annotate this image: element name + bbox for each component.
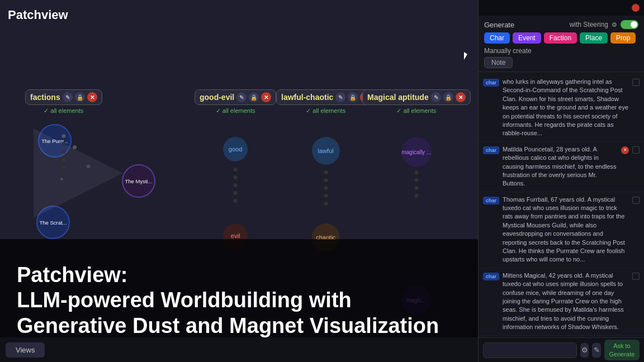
panel-input[interactable] bbox=[483, 342, 577, 358]
bottom-bar: Views bbox=[0, 337, 478, 362]
type-buttons: Char Event Faction Place Prop bbox=[484, 32, 638, 44]
app-title: Patchview bbox=[8, 8, 68, 22]
card-text: who lurks in alleyways gathering intel a… bbox=[503, 78, 629, 138]
card-badge: char bbox=[483, 79, 499, 87]
prop-button[interactable]: Prop bbox=[610, 32, 636, 44]
steering-label: with Steering bbox=[570, 21, 608, 28]
panel-icon-btn-1[interactable]: ⚙ bbox=[580, 343, 589, 358]
views-button[interactable]: Views bbox=[6, 342, 45, 358]
cursor bbox=[464, 52, 471, 62]
triangle-shape bbox=[34, 128, 123, 218]
dots-col-good-evil bbox=[234, 168, 238, 203]
right-panel: Generate with Steering ⚙ Char Event Fact… bbox=[478, 0, 644, 362]
card-item[interactable]: char Thomas Furrball, 67 years old. A my… bbox=[479, 192, 644, 268]
lock-icon[interactable]: 🔒 bbox=[75, 92, 85, 102]
card-item[interactable]: char who lurks in alleyways gathering in… bbox=[479, 74, 644, 142]
card-item[interactable]: char Mittens Magical, 42 years old. A my… bbox=[479, 268, 644, 336]
panel-bottom: ⚙ ✎ Ask to Generate bbox=[479, 337, 644, 362]
steering-toggle[interactable] bbox=[621, 20, 638, 29]
good-node[interactable]: good bbox=[223, 137, 248, 161]
ask-generate-button[interactable]: Ask to Generate bbox=[604, 340, 640, 360]
panel-icon-btn-2[interactable]: ✎ bbox=[592, 343, 600, 358]
lawful-node[interactable]: lawful bbox=[312, 137, 340, 165]
magnet-good-evil-label: good-evil bbox=[200, 93, 234, 102]
generate-label: Generate bbox=[484, 21, 514, 29]
pencil-icon[interactable]: ✎ bbox=[63, 92, 73, 102]
magnet-good-evil: good-evil ✎ 🔒 ✕ all elements good evil bbox=[195, 89, 276, 115]
pencil-icon[interactable]: ✎ bbox=[335, 92, 345, 102]
magnet-magical-aptitude-label: Magical aptitude bbox=[367, 93, 429, 102]
check-all-factions[interactable]: all elements bbox=[44, 107, 83, 115]
magnet-lawful-chaotic-label: lawful-chaotic bbox=[281, 93, 333, 102]
char-button[interactable]: Char bbox=[484, 32, 510, 44]
steering-row: with Steering ⚙ bbox=[570, 20, 638, 29]
magnet-magical-aptitude: Magical aptitude ✎ 🔒 ✕ all elements magi… bbox=[362, 89, 471, 115]
main-canvas: The Purrr... The Mysti... The Scrat... f… bbox=[0, 0, 478, 362]
check-all-lawful-chaotic[interactable]: all elements bbox=[306, 107, 345, 115]
dots-col-factions bbox=[61, 134, 65, 169]
dots-col-magic bbox=[414, 170, 418, 198]
note-button[interactable]: Note bbox=[484, 57, 513, 68]
overlay-line2: LLM-powered Worldbuilding with bbox=[17, 288, 352, 312]
manually-create-label: Manually create bbox=[484, 47, 638, 55]
panel-close-icon[interactable] bbox=[632, 4, 640, 12]
magically-node[interactable]: magically ... bbox=[401, 137, 432, 167]
close-icon[interactable]: ✕ bbox=[456, 92, 466, 102]
card-list[interactable]: char who lurks in alleyways gathering in… bbox=[479, 72, 644, 337]
steering-icon: ⚙ bbox=[612, 21, 617, 28]
card-checkbox[interactable] bbox=[632, 197, 640, 204]
dots-col-lawful bbox=[324, 170, 328, 206]
magnet-good-evil-header[interactable]: good-evil ✎ 🔒 ✕ bbox=[195, 89, 276, 105]
place-button[interactable]: Place bbox=[580, 32, 608, 44]
check-all-good-evil[interactable]: all elements bbox=[216, 107, 255, 115]
lock-icon[interactable]: 🔒 bbox=[249, 92, 259, 102]
overlay-line1: Patchview: bbox=[17, 263, 128, 287]
card-text: Matilda Pouncetail, 28 years old. A rebe… bbox=[503, 145, 618, 188]
close-icon[interactable]: ✕ bbox=[87, 92, 97, 102]
check-all-magical[interactable]: all elements bbox=[396, 107, 436, 115]
magnet-factions-header[interactable]: factions ✎ 🔒 ✕ bbox=[25, 89, 102, 105]
lock-icon[interactable]: 🔒 bbox=[348, 92, 358, 102]
card-text: Mittens Magical, 42 years old. A mystica… bbox=[503, 272, 629, 332]
card-badge: char bbox=[483, 146, 499, 154]
card-remove-icon[interactable]: ✕ bbox=[621, 146, 629, 154]
magnet-lawful-chaotic-header[interactable]: lawful-chaotic ✎ 🔒 ✕ bbox=[276, 89, 375, 105]
card-badge: char bbox=[483, 273, 499, 280]
panel-top-bar bbox=[479, 0, 644, 16]
pencil-icon[interactable]: ✎ bbox=[236, 92, 247, 102]
card-checkbox[interactable] bbox=[632, 146, 640, 154]
generate-section: Generate with Steering ⚙ Char Event Fact… bbox=[479, 16, 644, 72]
pencil-icon[interactable]: ✎ bbox=[431, 92, 441, 102]
generate-row: Generate with Steering ⚙ bbox=[484, 20, 638, 29]
overlay-line3: Generative Dust and Magnet Visualization bbox=[17, 314, 439, 337]
magnet-magical-aptitude-header[interactable]: Magical aptitude ✎ 🔒 ✕ bbox=[362, 89, 471, 105]
faction-button[interactable]: Faction bbox=[544, 32, 577, 44]
card-item[interactable]: char Matilda Pouncetail, 28 years old. A… bbox=[479, 142, 644, 192]
card-badge: char bbox=[483, 197, 499, 204]
lock-icon[interactable]: 🔒 bbox=[443, 92, 453, 102]
magnet-lawful-chaotic: lawful-chaotic ✎ 🔒 ✕ all elements lawful… bbox=[276, 89, 375, 115]
card-checkbox[interactable] bbox=[632, 273, 640, 280]
close-icon[interactable]: ✕ bbox=[261, 92, 271, 102]
magnet-factions: factions ✎ 🔒 ✕ all elements bbox=[25, 89, 102, 115]
magnet-factions-label: factions bbox=[30, 93, 60, 102]
node-mysti[interactable]: The Mysti... bbox=[122, 164, 155, 198]
card-text: Thomas Furrball, 67 years old. A mystica… bbox=[503, 196, 629, 264]
event-button[interactable]: Event bbox=[513, 32, 541, 44]
card-checkbox[interactable] bbox=[632, 79, 640, 86]
